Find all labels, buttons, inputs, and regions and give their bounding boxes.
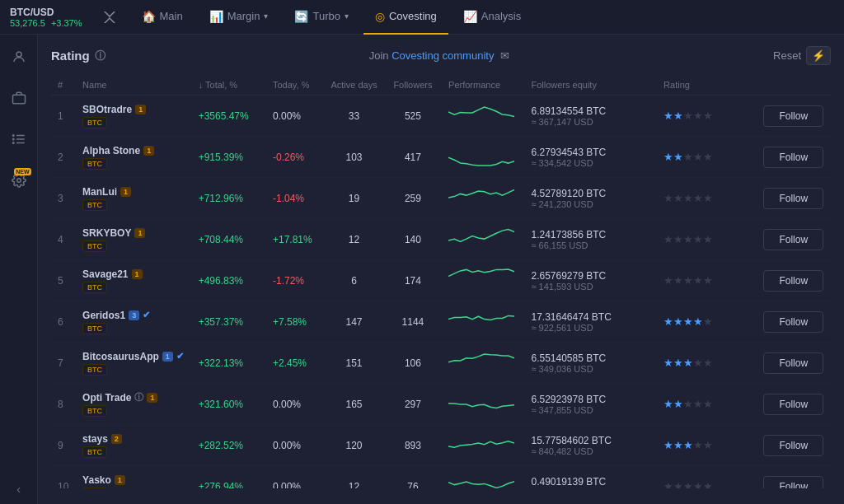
table-row: 5 Savage21 1 BTC +496.83% -1.72% 6 174 2… — [51, 260, 831, 301]
chevron-down-icon: ▾ — [345, 12, 349, 21]
follow-button[interactable]: Follow — [763, 476, 823, 489]
rating-cell: ★★★★★ — [657, 425, 756, 466]
svg-point-9 — [16, 179, 21, 183]
action-cell: Follow — [757, 260, 831, 301]
table-row: 6 Geridos1 3 ✔ BTC +357.37% +7.58% 147 1… — [51, 301, 831, 343]
nav-analysis[interactable]: 📈 Analysis — [452, 0, 532, 35]
nav-margin[interactable]: 📊 Margin ▾ — [198, 0, 280, 35]
trader-name-cell: ManLui 1 BTC — [76, 178, 192, 219]
equity-cell: 1.24173856 BTC ≈ 66,155 USD — [524, 219, 657, 260]
col-header-name[interactable]: Name — [76, 75, 192, 96]
rank-cell: 1 — [51, 96, 76, 137]
turbo-icon: 🔄 — [294, 10, 308, 23]
trading-pair: BTC/USD — [10, 7, 82, 18]
nav-main[interactable]: 🏠 Main — [130, 0, 195, 35]
rating-cell: ★★★★★ — [657, 384, 756, 425]
svg-point-8 — [12, 142, 14, 144]
col-header-action — [757, 75, 831, 96]
col-header-performance[interactable]: Performance — [442, 75, 524, 96]
action-cell: Follow — [757, 96, 831, 137]
equity-cell: 4.52789120 BTC ≈ 241,230 USD — [524, 178, 657, 219]
action-cell: Follow — [757, 343, 831, 384]
today-cell: 0.00% — [266, 425, 324, 466]
col-header-followers[interactable]: Followers — [384, 75, 442, 96]
followers-cell: 893 — [384, 425, 442, 466]
ratings-table: # Name ↓ Total, % Today, % Active days F… — [51, 75, 831, 488]
trader-name-cell: BitcosaurusApp 1 ✔ BTC — [76, 343, 192, 384]
filter-icon: ⚡ — [806, 46, 831, 65]
table-row: 10 Yasko 1 BTC +276.94% 0.00% 12 76 0.49… — [51, 466, 831, 489]
today-cell: 0.00% — [266, 96, 324, 137]
sidebar-item-portfolio[interactable] — [5, 84, 33, 112]
svg-marker-0 — [104, 12, 115, 23]
join-link[interactable]: Covesting community — [392, 49, 494, 62]
trader-name-cell: Geridos1 3 ✔ BTC — [76, 301, 192, 343]
analysis-icon: 📈 — [463, 10, 477, 23]
active-days-cell: 12 — [324, 466, 384, 489]
rating-cell: ★★★★★ — [657, 96, 756, 137]
coin-tag: BTC — [82, 488, 107, 489]
col-header-equity[interactable]: Followers equity — [524, 75, 657, 96]
info-icon[interactable]: ⓘ — [95, 49, 106, 63]
followers-cell: 106 — [384, 343, 442, 384]
action-cell: Follow — [757, 466, 831, 489]
today-cell: -0.26% — [266, 137, 324, 178]
svg-point-1 — [16, 52, 21, 57]
today-cell: -1.72% — [266, 260, 324, 301]
equity-cell: 6.52923978 BTC ≈ 347,855 USD — [524, 384, 657, 425]
total-cell: +496.83% — [192, 260, 266, 301]
sidebar-collapse[interactable]: ‹ — [16, 483, 21, 496]
rank-cell: 7 — [51, 343, 76, 384]
performance-cell — [442, 178, 524, 219]
follow-button[interactable]: Follow — [763, 147, 823, 168]
rating-cell: ★★★★★ — [657, 301, 756, 343]
today-cell: 0.00% — [266, 466, 324, 489]
followers-cell: 297 — [384, 384, 442, 425]
info-badge: ⓘ — [134, 391, 143, 404]
active-days-cell: 19 — [324, 178, 384, 219]
follow-button[interactable]: Follow — [763, 229, 823, 250]
followers-cell: 525 — [384, 96, 442, 137]
active-days-cell: 151 — [324, 343, 384, 384]
col-header-total[interactable]: ↓ Total, % — [192, 75, 266, 96]
equity-cell: 15.77584602 BTC ≈ 840,482 USD — [524, 425, 657, 466]
follow-button[interactable]: Follow — [763, 352, 823, 374]
rating-cell: ★★★★★ — [657, 260, 756, 301]
equity-cell: 17.31646474 BTC ≈ 922,561 USD — [524, 301, 657, 343]
action-cell: Follow — [757, 425, 831, 466]
follow-button[interactable]: Follow — [763, 188, 823, 209]
table-row: 8 Opti Trade ⓘ 1 BTC +321.60% 0.00% 165 … — [51, 384, 831, 425]
performance-cell — [442, 96, 524, 137]
follow-button[interactable]: Follow — [763, 394, 823, 415]
follow-button[interactable]: Follow — [763, 270, 823, 292]
coin-tag: BTC — [82, 240, 107, 252]
total-cell: +276.94% — [192, 466, 266, 489]
col-header-active[interactable]: Active days — [324, 75, 384, 96]
nav-covesting[interactable]: ◎ Covesting — [363, 0, 448, 35]
reset-button[interactable]: Reset ⚡ — [773, 46, 831, 65]
col-header-rating[interactable]: Rating — [657, 75, 756, 96]
total-cell: +712.96% — [192, 178, 266, 219]
table-row: 4 SRKYBOY 1 BTC +708.44% +17.81% 12 140 … — [51, 219, 831, 260]
today-cell: -1.04% — [266, 178, 324, 219]
follow-button[interactable]: Follow — [763, 311, 823, 333]
rating-cell: ★★★★★ — [657, 219, 756, 260]
coin-tag: BTC — [82, 323, 107, 334]
table-row: 2 Alpha Stone 1 BTC +915.39% -0.26% 103 … — [51, 137, 831, 178]
table-row: 1 SBOtradre 1 BTC +3565.47% 0.00% 33 525… — [51, 96, 831, 137]
trader-name-cell: Savage21 1 BTC — [76, 260, 192, 301]
total-cell: +322.13% — [192, 343, 266, 384]
layout: NEW ‹ Rating ⓘ Join Covesting community … — [0, 35, 844, 504]
sidebar-item-settings[interactable]: NEW — [5, 166, 33, 194]
trader-name-cell: stays 2 BTC — [76, 425, 192, 466]
col-header-today[interactable]: Today, % — [266, 75, 324, 96]
table-row: 3 ManLui 1 BTC +712.96% -1.04% 19 259 4.… — [51, 178, 831, 219]
brand: BTC/USD 53,276.5 +3.37% — [10, 7, 82, 28]
sidebar-item-profile[interactable] — [5, 43, 33, 71]
nav-turbo[interactable]: 🔄 Turbo ▾ — [283, 0, 359, 35]
performance-cell — [442, 260, 524, 301]
verified-icon: ✔ — [143, 310, 150, 320]
sidebar-item-orders[interactable] — [5, 125, 33, 153]
follow-button[interactable]: Follow — [763, 105, 823, 127]
follow-button[interactable]: Follow — [763, 435, 823, 456]
